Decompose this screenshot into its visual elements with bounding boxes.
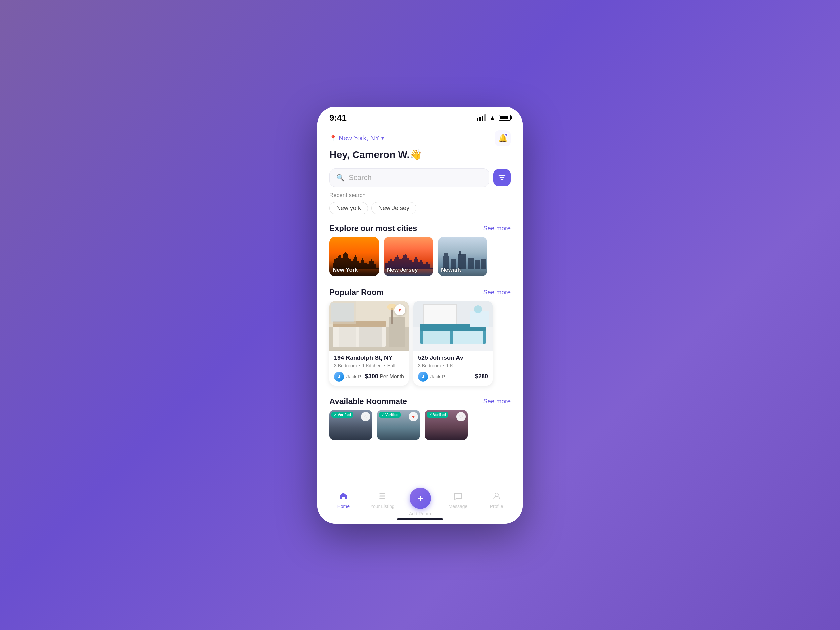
recent-tag-newyork[interactable]: New york (329, 202, 368, 214)
heart-badge-3[interactable]: ♡ (456, 412, 466, 421)
city-card-newjersey[interactable]: New Jersey (384, 237, 433, 276)
bedroom-svg-2 (414, 301, 493, 351)
profile-icon (493, 492, 501, 502)
home-indicator (397, 518, 443, 520)
rooms-scroll: ♥ 194 Randolph St, NY 3 Bedroom • 1 Kitc… (317, 301, 523, 392)
status-icons: ▲ (477, 114, 511, 122)
room-footer-1: J Jack P. $300 Per Month (334, 372, 404, 382)
heart-badge-1[interactable]: ♡ (361, 412, 370, 421)
nav-listing-label: Your Listing (370, 504, 395, 509)
svg-rect-33 (379, 493, 385, 494)
notification-dot (505, 133, 508, 136)
greeting-text: Hey, Cameron W.👋 (329, 149, 511, 160)
room-features-2: 3 Bedroom • 1 K (418, 363, 488, 368)
popular-room-title: Popular Room (329, 288, 384, 297)
chevron-down-icon[interactable]: ▾ (381, 135, 384, 141)
location-row: 📍 New York, NY ▾ 🔔 (329, 130, 511, 146)
status-time: 9:41 (329, 113, 347, 123)
search-icon: 🔍 (336, 174, 344, 182)
phone-frame: 9:41 ▲ 📍 New York, NY ▾ 🔔 (317, 107, 523, 524)
room-info-1: 194 Randolph St, NY 3 Bedroom • 1 Kitche… (329, 351, 409, 385)
phone-content: 📍 New York, NY ▾ 🔔 Hey, Cameron W.👋 🔍 Se… (317, 126, 523, 488)
verified-badge-3: ✓Verified (426, 412, 448, 418)
add-room-label: Add Room (409, 511, 431, 516)
svg-rect-31 (470, 311, 489, 327)
location-pin-icon: 📍 (329, 134, 337, 142)
signal-icon (477, 114, 486, 121)
room-info-2: 525 Johnson Av 3 Bedroom • 1 K J Jack P.… (414, 351, 493, 385)
newyork-skyline (329, 249, 379, 269)
svg-rect-35 (379, 498, 385, 499)
city-label-newyork: New York (333, 267, 358, 273)
host-avatar-2: J (418, 372, 428, 382)
city-label-newjersey: New Jersey (387, 267, 418, 273)
svg-rect-17 (339, 327, 356, 347)
svg-rect-10 (467, 257, 474, 269)
svg-rect-29 (423, 331, 450, 344)
svg-rect-6 (444, 253, 448, 256)
search-input-wrap[interactable]: 🔍 Search (329, 168, 489, 187)
svg-rect-18 (359, 327, 382, 347)
roommate-card-3[interactable]: ✓Verified ♡ (425, 410, 467, 440)
explore-cities-header: Explore our most cities See more (317, 219, 523, 237)
explore-cities-see-more[interactable]: See more (483, 224, 511, 232)
room-address-1: 194 Randolph St, NY (334, 355, 404, 362)
search-section: 🔍 Search (317, 164, 523, 190)
room-address-2: 525 Johnson Av (418, 355, 488, 362)
newark-skyline (438, 249, 488, 269)
verified-badge-1: ✓Verified (332, 412, 353, 418)
nav-profile[interactable]: Profile (485, 492, 508, 509)
location-text[interactable]: New York, NY (339, 134, 379, 142)
host-avatar-1: J (334, 372, 344, 382)
popular-room-header: Popular Room See more (317, 283, 523, 301)
host-name-2: Jack P. (430, 374, 446, 379)
cities-scroll: New York New Jersey (317, 237, 523, 283)
host-name-1: Jack P. (346, 374, 362, 379)
svg-rect-34 (379, 496, 385, 496)
svg-point-36 (495, 493, 498, 496)
notification-button[interactable]: 🔔 (495, 130, 511, 146)
roommate-header: Available Roommate See more (317, 392, 523, 410)
roommate-see-more[interactable]: See more (483, 398, 511, 405)
nav-listing[interactable]: Your Listing (370, 492, 395, 509)
room-image-1: ♥ (329, 301, 409, 351)
roommate-card-1[interactable]: ✓Verified ♡ (329, 410, 373, 440)
roommate-card-2[interactable]: ✓Verified ♥ (377, 410, 420, 440)
verified-badge-2: ✓Verified (379, 412, 401, 418)
filter-button[interactable] (493, 169, 511, 186)
status-bar: 9:41 ▲ (317, 107, 523, 126)
roommate-scroll: ✓Verified ♡ ✓Verified ♥ ✓Ver (317, 410, 523, 447)
room-features-1: 3 Bedroom • 1 Kitchen • Hall (334, 363, 404, 368)
add-room-button[interactable]: + (410, 488, 431, 509)
city-card-newark[interactable]: Newark (438, 237, 488, 276)
heart-badge-2[interactable]: ♥ (409, 412, 418, 421)
svg-rect-11 (475, 260, 480, 269)
recent-tag-newjersey[interactable]: New Jersey (371, 202, 416, 214)
room-footer-2: J Jack P. $280 (418, 372, 488, 382)
room-card-2[interactable]: 525 Johnson Av 3 Bedroom • 1 K J Jack P.… (414, 301, 493, 385)
filter-icon (498, 175, 506, 180)
favorite-button-1[interactable]: ♥ (394, 304, 406, 316)
header: 📍 New York, NY ▾ 🔔 Hey, Cameron W.👋 (317, 126, 523, 164)
room-card-1[interactable]: ♥ 194 Randolph St, NY 3 Bedroom • 1 Kitc… (329, 301, 409, 385)
home-icon (339, 492, 347, 502)
svg-rect-9 (459, 251, 461, 255)
nav-home[interactable]: Home (332, 492, 355, 509)
roommate-title: Available Roommate (329, 397, 407, 406)
room-price-1: $300 Per Month (365, 373, 404, 380)
message-icon (454, 492, 462, 502)
battery-icon (499, 115, 511, 121)
svg-rect-30 (453, 331, 483, 344)
svg-point-32 (474, 305, 482, 313)
popular-room-see-more[interactable]: See more (483, 289, 511, 296)
nav-profile-label: Profile (490, 504, 503, 509)
room-image-2 (414, 301, 493, 351)
city-card-newyork[interactable]: New York (329, 237, 379, 276)
search-placeholder: Search (349, 173, 372, 182)
nav-message[interactable]: Message (447, 492, 470, 509)
room-host-2: J Jack P. (418, 372, 446, 382)
nav-message-label: Message (449, 504, 467, 509)
bedroom-photo-2 (414, 301, 493, 351)
nav-home-label: Home (337, 504, 350, 509)
svg-rect-26 (423, 304, 456, 327)
